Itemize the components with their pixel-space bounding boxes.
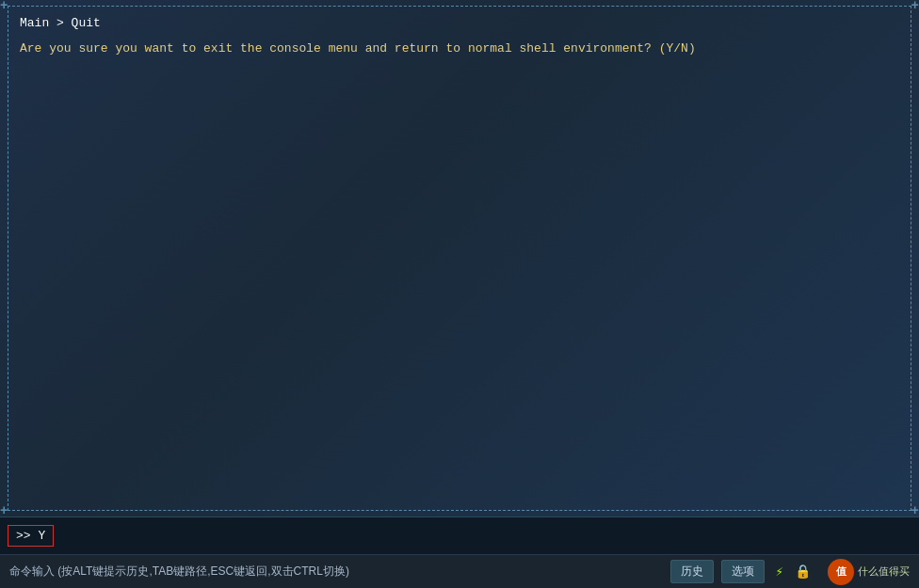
watermark-text: 什么值得买 [858,564,910,579]
input-line-area[interactable]: >> Y [0,516,919,554]
watermark: 值 什么值得买 [828,559,910,585]
corner-br: + [911,503,919,518]
input-prompt-text: >> Y [16,529,45,543]
breadcrumb: Main > Quit [20,16,899,30]
confirmation-text: Are you sure you want to exit the consol… [20,41,899,56]
corner-bl: + [0,503,8,518]
terminal-area: + + Main > Quit Are you sure you want to… [0,0,919,516]
history-button[interactable]: 历史 [670,560,714,583]
border-box: + + Main > Quit Are you sure you want to… [8,6,911,511]
input-prompt-box[interactable]: >> Y [8,525,54,547]
lock-icon: 🔒 [795,564,811,580]
options-button[interactable]: 选项 [721,560,765,583]
watermark-badge: 值 [828,559,854,585]
lightning-icon: ⚡ [776,564,783,580]
bottom-bar: 命令输入 (按ALT键提示历史,TAB键路径,ESC键返回,双击CTRL切换) … [0,554,919,588]
command-hint: 命令输入 (按ALT键提示历史,TAB键路径,ESC键返回,双击CTRL切换) [9,564,663,580]
